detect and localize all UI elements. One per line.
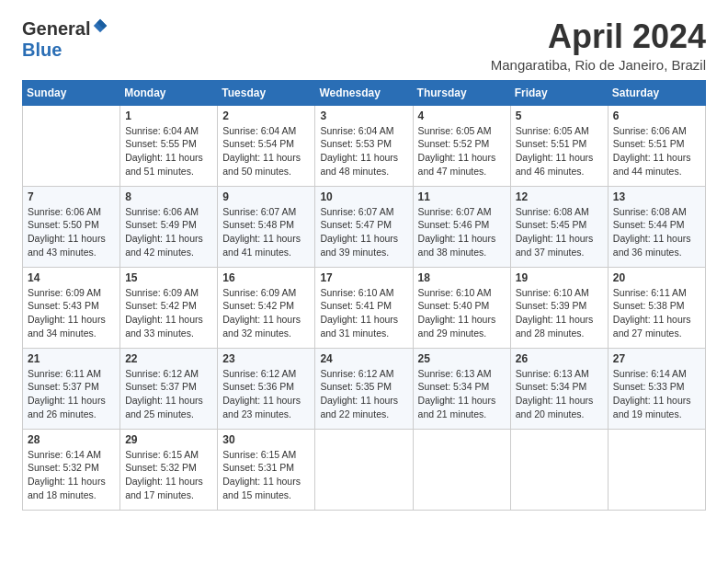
table-row: 17 Sunrise: 6:10 AMSunset: 5:41 PMDaylig… <box>315 267 413 348</box>
day-info: Sunrise: 6:06 AMSunset: 5:51 PMDaylight:… <box>613 125 691 177</box>
table-row: 27 Sunrise: 6:14 AMSunset: 5:33 PMDaylig… <box>608 348 705 429</box>
table-row <box>413 429 510 510</box>
table-row <box>608 429 705 510</box>
day-info: Sunrise: 6:08 AMSunset: 5:45 PMDaylight:… <box>516 206 594 258</box>
day-number: 22 <box>125 352 212 365</box>
day-info: Sunrise: 6:10 AMSunset: 5:40 PMDaylight:… <box>418 287 496 339</box>
day-number: 6 <box>613 109 700 122</box>
logo-icon <box>92 17 108 34</box>
day-number: 14 <box>28 271 115 284</box>
day-number: 29 <box>125 433 212 446</box>
day-info: Sunrise: 6:06 AMSunset: 5:50 PMDaylight:… <box>28 206 106 258</box>
day-info: Sunrise: 6:07 AMSunset: 5:46 PMDaylight:… <box>418 206 496 258</box>
title-section: April 2024 Mangaratiba, Rio de Janeiro, … <box>491 18 706 73</box>
day-info: Sunrise: 6:05 AMSunset: 5:51 PMDaylight:… <box>516 125 594 177</box>
day-info: Sunrise: 6:06 AMSunset: 5:49 PMDaylight:… <box>125 206 203 258</box>
calendar-header-row: Sunday Monday Tuesday Wednesday Thursday… <box>23 80 706 105</box>
table-row: 9 Sunrise: 6:07 AMSunset: 5:48 PMDayligh… <box>218 186 315 267</box>
day-number: 8 <box>125 190 212 203</box>
calendar-week-3: 14 Sunrise: 6:09 AMSunset: 5:43 PMDaylig… <box>23 267 706 348</box>
table-row: 13 Sunrise: 6:08 AMSunset: 5:44 PMDaylig… <box>608 186 705 267</box>
table-row: 8 Sunrise: 6:06 AMSunset: 5:49 PMDayligh… <box>120 186 218 267</box>
table-row: 12 Sunrise: 6:08 AMSunset: 5:45 PMDaylig… <box>510 186 608 267</box>
day-info: Sunrise: 6:07 AMSunset: 5:48 PMDaylight:… <box>222 206 301 258</box>
location-text: Mangaratiba, Rio de Janeiro, Brazil <box>491 57 706 73</box>
table-row: 14 Sunrise: 6:09 AMSunset: 5:43 PMDaylig… <box>23 267 120 348</box>
logo: General Blue <box>22 18 108 61</box>
table-row: 28 Sunrise: 6:14 AMSunset: 5:32 PMDaylig… <box>23 429 120 510</box>
day-number: 16 <box>222 271 310 284</box>
table-row: 11 Sunrise: 6:07 AMSunset: 5:46 PMDaylig… <box>413 186 510 267</box>
day-info: Sunrise: 6:04 AMSunset: 5:53 PMDaylight:… <box>320 125 398 177</box>
table-row <box>315 429 413 510</box>
day-info: Sunrise: 6:13 AMSunset: 5:34 PMDaylight:… <box>418 368 496 419</box>
col-sunday: Sunday <box>23 80 120 105</box>
logo-general-text: General <box>22 18 90 40</box>
day-number: 10 <box>320 190 407 203</box>
table-row: 5 Sunrise: 6:05 AMSunset: 5:51 PMDayligh… <box>510 105 608 186</box>
day-info: Sunrise: 6:12 AMSunset: 5:35 PMDaylight:… <box>320 368 398 419</box>
calendar-week-1: 1 Sunrise: 6:04 AMSunset: 5:55 PMDayligh… <box>23 105 706 186</box>
day-info: Sunrise: 6:11 AMSunset: 5:38 PMDaylight:… <box>613 287 691 339</box>
logo-blue-text: Blue <box>22 40 62 61</box>
day-info: Sunrise: 6:14 AMSunset: 5:33 PMDaylight:… <box>613 368 691 419</box>
day-number: 17 <box>320 271 407 284</box>
table-row: 6 Sunrise: 6:06 AMSunset: 5:51 PMDayligh… <box>608 105 705 186</box>
day-number: 21 <box>28 352 115 365</box>
table-row: 2 Sunrise: 6:04 AMSunset: 5:54 PMDayligh… <box>218 105 315 186</box>
day-number: 13 <box>613 190 700 203</box>
table-row: 19 Sunrise: 6:10 AMSunset: 5:39 PMDaylig… <box>510 267 608 348</box>
table-row: 20 Sunrise: 6:11 AMSunset: 5:38 PMDaylig… <box>608 267 705 348</box>
month-title: April 2024 <box>491 18 706 55</box>
day-number: 7 <box>28 190 115 203</box>
day-number: 20 <box>613 271 700 284</box>
day-info: Sunrise: 6:11 AMSunset: 5:37 PMDaylight:… <box>28 368 106 419</box>
day-number: 1 <box>125 109 212 122</box>
table-row: 3 Sunrise: 6:04 AMSunset: 5:53 PMDayligh… <box>315 105 413 186</box>
day-number: 4 <box>418 109 506 122</box>
day-number: 2 <box>222 109 310 122</box>
day-number: 26 <box>516 352 603 365</box>
table-row: 10 Sunrise: 6:07 AMSunset: 5:47 PMDaylig… <box>315 186 413 267</box>
day-info: Sunrise: 6:14 AMSunset: 5:32 PMDaylight:… <box>28 449 106 500</box>
table-row: 21 Sunrise: 6:11 AMSunset: 5:37 PMDaylig… <box>23 348 120 429</box>
day-number: 27 <box>613 352 700 365</box>
day-number: 30 <box>222 433 310 446</box>
day-info: Sunrise: 6:15 AMSunset: 5:32 PMDaylight:… <box>125 449 203 500</box>
col-saturday: Saturday <box>608 80 705 105</box>
day-number: 19 <box>516 271 603 284</box>
page-header: General Blue April 2024 Mangaratiba, Rio… <box>22 18 706 73</box>
calendar-week-4: 21 Sunrise: 6:11 AMSunset: 5:37 PMDaylig… <box>23 348 706 429</box>
day-number: 23 <box>222 352 310 365</box>
day-number: 24 <box>320 352 407 365</box>
table-row <box>23 105 120 186</box>
day-info: Sunrise: 6:07 AMSunset: 5:47 PMDaylight:… <box>320 206 398 258</box>
calendar-table: Sunday Monday Tuesday Wednesday Thursday… <box>22 80 706 511</box>
table-row: 26 Sunrise: 6:13 AMSunset: 5:34 PMDaylig… <box>510 348 608 429</box>
col-friday: Friday <box>510 80 608 105</box>
day-info: Sunrise: 6:13 AMSunset: 5:34 PMDaylight:… <box>516 368 594 419</box>
day-info: Sunrise: 6:09 AMSunset: 5:42 PMDaylight:… <box>222 287 301 339</box>
day-info: Sunrise: 6:15 AMSunset: 5:31 PMDaylight:… <box>222 449 301 500</box>
col-tuesday: Tuesday <box>218 80 315 105</box>
day-number: 12 <box>516 190 603 203</box>
day-info: Sunrise: 6:09 AMSunset: 5:42 PMDaylight:… <box>125 287 203 339</box>
table-row: 29 Sunrise: 6:15 AMSunset: 5:32 PMDaylig… <box>120 429 218 510</box>
table-row: 15 Sunrise: 6:09 AMSunset: 5:42 PMDaylig… <box>120 267 218 348</box>
day-info: Sunrise: 6:05 AMSunset: 5:52 PMDaylight:… <box>418 125 496 177</box>
table-row: 16 Sunrise: 6:09 AMSunset: 5:42 PMDaylig… <box>218 267 315 348</box>
table-row: 30 Sunrise: 6:15 AMSunset: 5:31 PMDaylig… <box>218 429 315 510</box>
table-row <box>510 429 608 510</box>
day-number: 3 <box>320 109 407 122</box>
day-info: Sunrise: 6:12 AMSunset: 5:37 PMDaylight:… <box>125 368 203 419</box>
col-wednesday: Wednesday <box>315 80 413 105</box>
day-number: 9 <box>222 190 310 203</box>
day-number: 11 <box>418 190 506 203</box>
day-number: 18 <box>418 271 506 284</box>
calendar-week-5: 28 Sunrise: 6:14 AMSunset: 5:32 PMDaylig… <box>23 429 706 510</box>
day-info: Sunrise: 6:09 AMSunset: 5:43 PMDaylight:… <box>28 287 106 339</box>
day-info: Sunrise: 6:04 AMSunset: 5:55 PMDaylight:… <box>125 125 203 177</box>
day-number: 25 <box>418 352 506 365</box>
table-row: 25 Sunrise: 6:13 AMSunset: 5:34 PMDaylig… <box>413 348 510 429</box>
table-row: 24 Sunrise: 6:12 AMSunset: 5:35 PMDaylig… <box>315 348 413 429</box>
